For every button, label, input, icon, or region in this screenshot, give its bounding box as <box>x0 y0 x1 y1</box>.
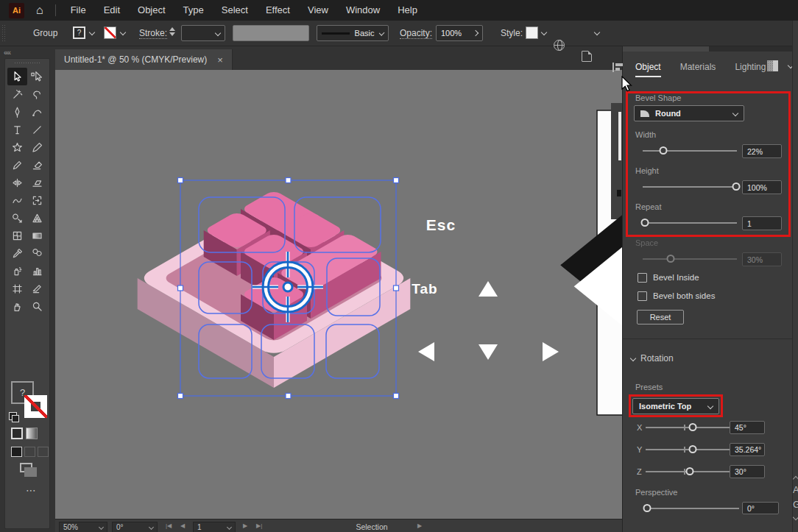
width-tool[interactable] <box>7 174 27 191</box>
eraser-tool[interactable] <box>27 156 47 174</box>
curvature-tool[interactable] <box>27 103 47 121</box>
height-slider[interactable] <box>643 182 737 192</box>
shape-tool[interactable] <box>7 138 27 156</box>
bevel-shape-dropdown[interactable]: Round <box>634 105 744 121</box>
free-transform-tool[interactable] <box>27 191 47 209</box>
fill-chevron-icon[interactable] <box>89 29 95 35</box>
dock-chevron-up-icon[interactable] <box>793 476 798 482</box>
mesh-tool[interactable] <box>7 227 27 244</box>
bevel-inside-checkbox[interactable] <box>638 273 647 283</box>
gradient-mode-icon[interactable] <box>26 428 38 439</box>
swap-fill-stroke-icon[interactable] <box>9 412 17 420</box>
document-tab[interactable]: Untitled-1* @ 50 % (CMYK/Preview) × <box>55 49 233 70</box>
perspective-slider[interactable] <box>645 503 739 514</box>
z-rotation-field[interactable]: 30° <box>730 465 765 478</box>
edit-toolbar-icon[interactable]: ⋯ <box>26 484 37 496</box>
artboard-number-dropdown[interactable]: 1 <box>193 522 236 532</box>
height-field[interactable]: 100% <box>742 180 782 194</box>
rotation-dropdown[interactable]: 0° <box>112 522 158 532</box>
lasso-tool[interactable] <box>27 85 47 103</box>
menu-item-select[interactable]: Select <box>213 0 257 21</box>
pencil-tool[interactable] <box>7 156 27 174</box>
status-menu-arrow[interactable]: ▶ <box>417 522 422 529</box>
y-rotation-field[interactable]: 35.264° <box>730 443 765 456</box>
presets-dropdown[interactable]: Isometric Top <box>632 398 719 414</box>
opacity-label[interactable]: Opacity: <box>400 28 432 39</box>
line-segment-tool[interactable] <box>27 121 47 138</box>
stroke-color-swatch[interactable] <box>104 26 116 39</box>
menu-item-window[interactable]: Window <box>337 0 389 21</box>
rotation-section-header[interactable]: Rotation <box>631 353 674 363</box>
graphic-style-swatch[interactable] <box>526 26 538 39</box>
eyedropper-tool[interactable] <box>7 244 27 262</box>
toolbar-collapse-icon[interactable]: «« <box>4 49 10 57</box>
menu-item-type[interactable]: Type <box>174 0 213 21</box>
menu-item-object[interactable]: Object <box>129 0 174 21</box>
toolbar-stroke-swatch[interactable] <box>24 395 47 418</box>
stroke-chevron-icon[interactable] <box>120 29 126 35</box>
document-setup-icon[interactable] <box>582 51 592 62</box>
zoom-level-dropdown[interactable]: 50% <box>59 522 107 532</box>
control-bar-grip[interactable] <box>1 24 5 43</box>
bevel-both-sides-checkbox[interactable] <box>638 291 647 301</box>
selection-tool[interactable] <box>7 68 27 85</box>
canvas[interactable]: Esc Tab <box>55 70 622 519</box>
brush-definition-dropdown[interactable]: Basic <box>317 25 389 41</box>
tab-lighting[interactable]: Lighting <box>735 62 766 77</box>
pen-tool[interactable] <box>7 103 27 121</box>
zoom-tool[interactable] <box>27 297 47 315</box>
type-tool[interactable] <box>7 121 27 138</box>
magic-wand-tool[interactable] <box>7 85 27 103</box>
tab-object[interactable]: Object <box>635 62 661 77</box>
align-icon[interactable] <box>612 63 624 72</box>
reset-button[interactable]: Reset <box>637 310 684 324</box>
dock-chevron-down-icon[interactable] <box>793 514 798 520</box>
perspective-grid-tool[interactable] <box>27 209 47 227</box>
shear-tool[interactable] <box>27 174 47 191</box>
paintbrush-tool[interactable] <box>27 138 47 156</box>
menu-item-view[interactable]: View <box>299 0 337 21</box>
menu-item-file[interactable]: File <box>62 0 95 21</box>
gradient-tool[interactable] <box>27 227 47 244</box>
document-close-icon[interactable]: × <box>217 54 223 65</box>
perspective-field[interactable]: 0° <box>742 502 779 514</box>
screen-mode-icon[interactable] <box>20 463 32 472</box>
artboard-tool[interactable] <box>7 280 27 297</box>
blend-tool[interactable] <box>27 244 47 262</box>
last-artboard-button[interactable]: ▶| <box>256 522 262 529</box>
prev-artboard-button[interactable]: ◀ <box>180 522 185 529</box>
draw-inside-icon[interactable] <box>38 447 49 457</box>
stroke-weight-field[interactable] <box>181 25 225 41</box>
stroke-label[interactable]: Stroke: <box>139 28 167 39</box>
y-rotation-slider[interactable] <box>646 444 737 455</box>
symbol-sprayer-tool[interactable] <box>7 262 27 280</box>
next-artboard-button[interactable]: ▶ <box>243 522 247 529</box>
draw-behind-icon[interactable] <box>24 447 35 457</box>
fill-color-swatch[interactable]: ? <box>73 26 85 39</box>
document-chevron-icon[interactable] <box>594 29 600 35</box>
z-rotation-slider[interactable] <box>646 467 737 477</box>
repeat-slider[interactable] <box>643 218 737 228</box>
hand-tool[interactable] <box>7 297 27 315</box>
width-slider[interactable] <box>643 146 737 156</box>
first-artboard-button[interactable]: |◀ <box>166 522 172 529</box>
shaper-tool[interactable] <box>7 191 27 209</box>
home-icon[interactable]: ⌂ <box>36 4 43 17</box>
slice-tool[interactable] <box>27 280 47 297</box>
draw-normal-icon[interactable] <box>11 447 22 457</box>
menu-item-help[interactable]: Help <box>389 0 426 21</box>
right-dock-edge[interactable]: A G <box>792 21 798 532</box>
x-rotation-field[interactable]: 45° <box>730 421 765 434</box>
menu-item-effect[interactable]: Effect <box>257 0 299 21</box>
opacity-field[interactable]: 100% <box>436 25 483 41</box>
panel-options-icon[interactable] <box>767 60 778 71</box>
style-chevron-icon[interactable] <box>541 29 547 35</box>
stroke-weight-stepper[interactable] <box>169 26 175 38</box>
x-rotation-slider[interactable] <box>646 422 737 433</box>
illustrator-logo-icon[interactable]: Ai <box>9 3 24 18</box>
color-mode-icon[interactable] <box>11 428 23 439</box>
repeat-field[interactable]: 1 <box>742 216 782 230</box>
column-graph-tool[interactable] <box>27 262 47 280</box>
document-setup-globe-icon[interactable] <box>554 40 565 51</box>
tab-materials[interactable]: Materials <box>680 62 716 77</box>
